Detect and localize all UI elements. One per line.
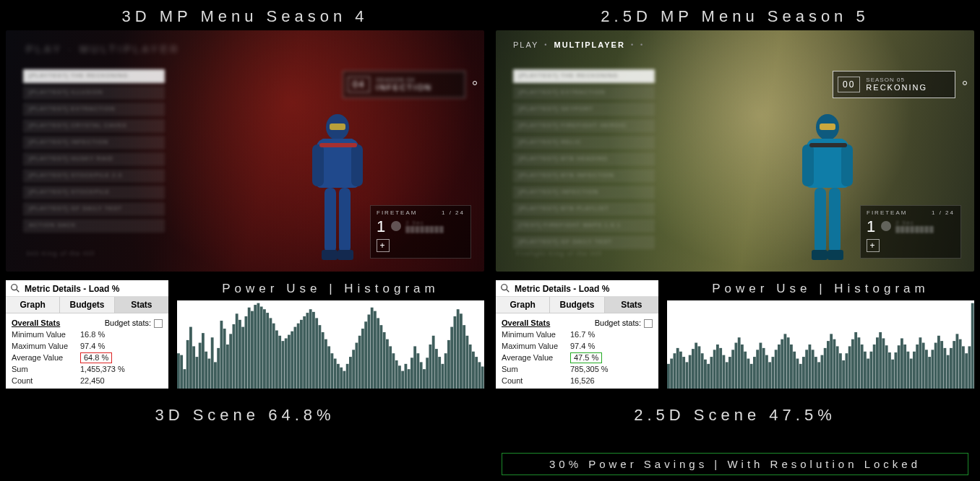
menu-screenshot-s5: PLAY • MULTIPLAYER • • [PLAYTEST] THE RE… bbox=[496, 30, 974, 272]
svg-rect-101 bbox=[450, 327, 453, 389]
svg-rect-30 bbox=[233, 324, 236, 389]
svg-rect-39 bbox=[260, 307, 263, 389]
svg-rect-171 bbox=[812, 350, 814, 389]
playlist-item[interactable]: [PLAYTEST] BTB HEADING bbox=[513, 152, 655, 166]
tab-graph[interactable]: Graph bbox=[496, 297, 550, 313]
metric-title: Metric Details - Load % bbox=[25, 284, 119, 294]
playlist-item[interactable]: [PLAYTEST] EXTRACTION bbox=[23, 103, 165, 116]
svg-rect-84 bbox=[398, 365, 401, 389]
playlist-item[interactable]: [PLAYTEST] BTB INFECTION bbox=[513, 169, 655, 183]
col-title-right: 2.5D MP Menu Season 5 bbox=[496, 0, 974, 30]
svg-rect-8 bbox=[319, 143, 357, 147]
playlist-item[interactable]: [PLAYTEST] SKYPORT bbox=[513, 103, 655, 116]
breadcrumb[interactable]: PLAY • MULTIPLAYER • • bbox=[513, 40, 644, 49]
svg-rect-50 bbox=[294, 327, 297, 389]
search-icon[interactable] bbox=[500, 283, 510, 295]
svg-rect-175 bbox=[824, 348, 827, 389]
budget-checkbox[interactable] bbox=[154, 319, 163, 328]
add-player-button[interactable]: + bbox=[377, 239, 390, 252]
playlist-item[interactable]: [PLAYTEST] HUSKY RAID bbox=[23, 152, 165, 166]
tab-stats[interactable]: Stats bbox=[115, 297, 168, 313]
playlist-item[interactable]: [TEST] FIREFIGHT MAPS 1.0.1 bbox=[513, 219, 655, 233]
playlist-item[interactable]: [PLAYTEST] GF DAILY TEST bbox=[23, 202, 165, 216]
playlist-item[interactable]: [PLAYTEST] BTB PLAYLIST bbox=[513, 202, 655, 216]
dot-icon: • bbox=[544, 41, 548, 48]
stat-cnt-k: Count bbox=[12, 376, 80, 387]
svg-rect-82 bbox=[392, 353, 395, 389]
svg-rect-100 bbox=[447, 340, 450, 389]
playlist-item[interactable]: [PLAYTEST] RELIC bbox=[513, 136, 655, 150]
svg-rect-26 bbox=[220, 321, 223, 389]
tab-graph[interactable]: Graph bbox=[6, 297, 60, 313]
svg-rect-152 bbox=[753, 357, 756, 389]
svg-rect-134 bbox=[698, 346, 701, 389]
svg-rect-165 bbox=[793, 352, 796, 389]
svg-rect-47 bbox=[285, 338, 288, 389]
stats-row-right: Metric Details - Load % Graph Budgets St… bbox=[496, 280, 974, 389]
season-text: SEASON 05 RECKONING bbox=[866, 77, 927, 93]
svg-rect-12 bbox=[177, 353, 180, 389]
add-player-button[interactable]: + bbox=[867, 239, 880, 252]
svg-rect-137 bbox=[707, 364, 710, 389]
svg-rect-167 bbox=[799, 364, 802, 389]
season-badge-s4[interactable]: 04 SEASON 04INFECTION bbox=[343, 71, 465, 98]
playlist-item[interactable]: [PLAYTEST] THE RECKONING bbox=[513, 69, 655, 83]
svg-rect-144 bbox=[728, 357, 731, 389]
svg-rect-32 bbox=[238, 320, 241, 389]
svg-rect-98 bbox=[442, 364, 444, 389]
svg-rect-131 bbox=[689, 355, 692, 389]
playlist-item[interactable]: [PLAYTEST] INFECTION bbox=[23, 136, 165, 150]
metric-title: Metric Details - Load % bbox=[515, 284, 609, 294]
svg-rect-73 bbox=[364, 321, 367, 389]
svg-rect-27 bbox=[223, 329, 226, 389]
playlist-item[interactable]: [PLAYTEST] STOCKPILE 2.0 bbox=[23, 169, 165, 183]
svg-rect-61 bbox=[327, 346, 330, 389]
season-name: RECKONING bbox=[866, 83, 927, 92]
svg-rect-132 bbox=[692, 349, 695, 389]
playlist-item[interactable]: [PLAYTEST] GF DAILY TEST bbox=[513, 235, 655, 249]
tab-stats[interactable]: Stats bbox=[605, 297, 658, 313]
stat-max-k: Maximum Value bbox=[502, 341, 570, 352]
playlist-item[interactable]: [PLAYTEST] FIREFIGHT HEROIC bbox=[513, 119, 655, 133]
tab-budgets[interactable]: Budgets bbox=[550, 297, 604, 313]
svg-rect-124 bbox=[667, 364, 670, 389]
svg-rect-13 bbox=[180, 355, 183, 389]
tab-budgets[interactable]: Budgets bbox=[60, 297, 114, 313]
svg-rect-203 bbox=[910, 359, 913, 389]
svg-rect-17 bbox=[192, 346, 195, 389]
svg-rect-197 bbox=[891, 360, 894, 389]
svg-rect-23 bbox=[211, 337, 214, 389]
svg-rect-66 bbox=[343, 371, 346, 389]
svg-rect-217 bbox=[953, 341, 955, 389]
svg-rect-198 bbox=[895, 352, 898, 389]
svg-rect-166 bbox=[796, 359, 799, 389]
search-icon[interactable] bbox=[10, 283, 20, 295]
playlist-item[interactable]: ACTION SACK bbox=[23, 219, 165, 233]
stat-max-v: 97.4 % bbox=[570, 341, 595, 352]
budget-checkbox[interactable] bbox=[644, 319, 653, 328]
svg-rect-183 bbox=[848, 346, 851, 389]
svg-rect-149 bbox=[744, 352, 747, 389]
svg-rect-115 bbox=[841, 144, 853, 186]
svg-rect-74 bbox=[368, 315, 371, 389]
histogram-title-right: Power Use | Histogram bbox=[667, 280, 974, 300]
season-badge-s5[interactable]: 00 SEASON 05 RECKONING bbox=[833, 71, 955, 98]
spartan-model-s5 bbox=[788, 107, 867, 272]
svg-rect-160 bbox=[778, 344, 781, 389]
stat-min-v: 16.7 % bbox=[570, 329, 595, 341]
svg-rect-77 bbox=[377, 318, 379, 389]
season-top: SEASON 05 bbox=[866, 77, 927, 84]
spartan-model-s4 bbox=[298, 107, 377, 272]
playlist-item[interactable]: [PLAYTEST] CRYSTAL CAVES bbox=[23, 119, 165, 133]
svg-rect-62 bbox=[331, 353, 334, 389]
player-name-blurred: 2 Sec ████████ bbox=[895, 220, 955, 233]
svg-rect-92 bbox=[423, 369, 426, 389]
svg-rect-48 bbox=[288, 335, 291, 389]
playlist-item[interactable]: [PLAYTEST] STOCKPILE bbox=[23, 186, 165, 199]
svg-rect-164 bbox=[790, 344, 793, 389]
playlist-item[interactable]: [PLAYTEST] INFECTION bbox=[513, 186, 655, 199]
playlist-item[interactable]: [PLAYTEST] ILLUSION bbox=[23, 86, 165, 100]
playlist-item[interactable]: [PLAYTEST] THE RECKONING bbox=[23, 69, 165, 83]
column-season5: 2.5D MP Menu Season 5 PLAY • MULTIPLAYER… bbox=[490, 0, 980, 481]
playlist-item[interactable]: [PLAYTEST] EXTRACTION bbox=[513, 86, 655, 100]
